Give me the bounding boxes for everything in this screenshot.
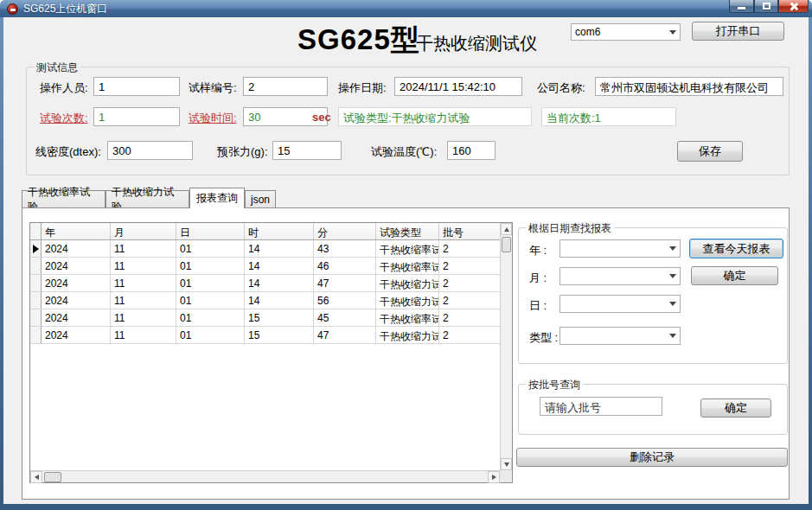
cell-batch[interactable]: 2 [439, 240, 500, 257]
cell-minute[interactable]: 56 [314, 292, 376, 309]
cell-month[interactable]: 11 [111, 309, 176, 326]
close-button[interactable] [778, 0, 809, 13]
cell-month[interactable]: 11 [111, 292, 176, 309]
titlebar[interactable]: SG625上位机窗口 [0, 0, 812, 17]
cell-test-type[interactable]: 干热收缩力试 [376, 275, 439, 291]
cell-minute[interactable]: 46 [314, 258, 376, 274]
col-header-batch[interactable]: 批号 [439, 223, 500, 239]
scroll-right-button[interactable] [488, 471, 500, 483]
table-row[interactable]: 2024 11 01 14 47 干热收缩力试 2 [30, 275, 500, 292]
row-selector-cell[interactable] [30, 292, 42, 309]
cell-test-type[interactable]: 干热收缩率试 [376, 309, 439, 326]
op-date-input[interactable]: 2024/11/1 15:42:10 [394, 77, 522, 96]
delete-records-button[interactable]: 删除记录 [516, 448, 788, 467]
row-selector-cell[interactable] [30, 240, 42, 257]
scroll-left-button[interactable] [30, 471, 42, 483]
col-header-month[interactable]: 月 [111, 223, 176, 239]
col-header-test-type[interactable]: 试验类型 [376, 223, 439, 239]
cell-hour[interactable]: 14 [245, 258, 314, 274]
cell-test-type[interactable]: 干热收缩率试 [376, 258, 439, 274]
sample-no-input[interactable]: 2 [243, 77, 328, 96]
cell-minute[interactable]: 45 [314, 309, 376, 326]
cell-minute[interactable]: 47 [314, 327, 376, 343]
horizontal-scroll-thumb[interactable] [44, 472, 61, 482]
col-header-day[interactable]: 日 [176, 223, 245, 239]
table-row[interactable]: 2024 11 01 14 56 干热收缩力试 2 [30, 292, 500, 309]
row-selector-cell[interactable] [30, 275, 42, 291]
row-selector-cell[interactable] [30, 258, 42, 274]
cell-minute[interactable]: 47 [314, 275, 376, 291]
year-select[interactable] [559, 239, 681, 258]
table-row[interactable]: 2024 11 01 15 47 干热收缩力试 2 [30, 327, 500, 344]
cell-year[interactable]: 2024 [42, 275, 111, 291]
col-header-year[interactable]: 年 [42, 223, 111, 239]
cell-batch[interactable]: 2 [439, 309, 500, 326]
cell-batch[interactable]: 2 [439, 258, 500, 274]
test-times-input[interactable]: 1 [93, 107, 180, 126]
cell-year[interactable]: 2024 [42, 258, 111, 274]
cell-minute[interactable]: 43 [314, 240, 376, 257]
cell-hour[interactable]: 14 [245, 240, 314, 257]
company-input[interactable]: 常州市双固顿达机电科技有限公司 [595, 77, 783, 96]
row-selector-cell[interactable] [30, 327, 42, 343]
cell-day[interactable]: 01 [176, 275, 245, 291]
table-row[interactable]: 2024 11 01 14 43 干热收缩率试 2 [30, 240, 500, 258]
cell-day[interactable]: 01 [176, 309, 245, 326]
cell-day[interactable]: 01 [176, 258, 245, 274]
table-horizontal-scrollbar[interactable] [30, 470, 500, 482]
cell-month[interactable]: 11 [111, 275, 176, 291]
batch-search-confirm-button[interactable]: 确定 [700, 398, 771, 418]
cell-test-type[interactable]: 干热收缩力试 [376, 292, 439, 309]
scroll-up-button[interactable] [501, 223, 512, 235]
save-button[interactable]: 保存 [677, 141, 743, 162]
month-select[interactable] [559, 267, 681, 285]
page-title: SG625型 [297, 21, 420, 60]
cell-day[interactable]: 01 [176, 292, 245, 309]
tab-report-query[interactable]: 报表查询 [189, 188, 245, 208]
test-times-label: 试验次数: [40, 111, 88, 126]
row-selector-cell[interactable] [30, 309, 42, 326]
pretension-input[interactable]: 15 [272, 141, 342, 160]
minimize-button[interactable] [729, 0, 754, 13]
report-table[interactable]: 年 月 日 时 分 试验类型 批号 2024 11 01 14 43 干热收缩率… [29, 222, 513, 483]
tab-shrink-force-test[interactable]: 干热收缩力试验 [105, 190, 189, 207]
cell-year[interactable]: 2024 [42, 240, 111, 257]
cell-day[interactable]: 01 [176, 240, 245, 257]
col-header-minute[interactable]: 分 [314, 223, 376, 239]
com-port-select[interactable]: com6 [571, 23, 681, 41]
cell-year[interactable]: 2024 [42, 327, 111, 343]
cell-hour[interactable]: 15 [245, 309, 314, 326]
vertical-scroll-thumb[interactable] [502, 237, 511, 252]
open-serial-button[interactable]: 打开串口 [692, 22, 784, 41]
table-vertical-scrollbar[interactable] [500, 223, 512, 470]
view-today-report-button[interactable]: 查看今天报表 [689, 239, 783, 258]
scroll-down-button[interactable] [501, 458, 512, 470]
cell-year[interactable]: 2024 [42, 309, 111, 326]
col-header-hour[interactable]: 时 [245, 223, 314, 239]
day-select[interactable] [559, 295, 681, 313]
batch-no-input[interactable]: 请输入批号 [540, 397, 662, 416]
cell-batch[interactable]: 2 [439, 292, 500, 309]
cell-hour[interactable]: 15 [245, 327, 314, 343]
cell-hour[interactable]: 14 [245, 292, 314, 309]
cell-hour[interactable]: 14 [245, 275, 314, 291]
type-select[interactable] [559, 327, 681, 345]
table-row[interactable]: 2024 11 01 14 46 干热收缩率试 2 [30, 258, 500, 275]
tab-json[interactable]: json [245, 190, 276, 207]
cell-day[interactable]: 01 [176, 327, 245, 343]
maximize-button[interactable] [754, 0, 778, 13]
temperature-input[interactable]: 160 [447, 141, 496, 160]
cell-month[interactable]: 11 [111, 258, 176, 274]
date-search-confirm-button[interactable]: 确定 [691, 266, 778, 285]
cell-test-type[interactable]: 干热收缩力试 [376, 327, 439, 343]
operator-input[interactable]: 1 [93, 77, 180, 96]
cell-test-type[interactable]: 干热收缩率试 [376, 240, 439, 257]
cell-year[interactable]: 2024 [42, 292, 111, 309]
density-input[interactable]: 300 [107, 141, 193, 160]
table-row[interactable]: 2024 11 01 15 45 干热收缩率试 2 [30, 309, 500, 327]
cell-batch[interactable]: 2 [439, 275, 500, 291]
cell-batch[interactable]: 2 [439, 327, 500, 343]
cell-month[interactable]: 11 [111, 327, 176, 343]
cell-month[interactable]: 11 [111, 240, 176, 257]
tab-shrink-rate-test[interactable]: 干热收缩率试验 [22, 190, 105, 207]
